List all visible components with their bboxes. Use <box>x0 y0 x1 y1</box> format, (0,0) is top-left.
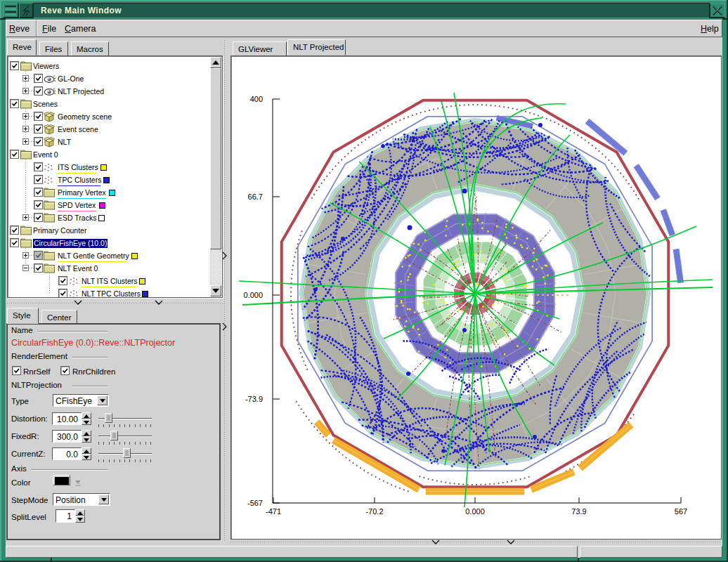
svg-text:400: 400 <box>250 95 263 103</box>
svg-text:0.000: 0.000 <box>243 291 263 299</box>
svg-text:-70.2: -70.2 <box>365 507 383 516</box>
svg-text:73.9: 73.9 <box>571 507 586 516</box>
svg-text:567: 567 <box>675 507 687 516</box>
svg-text:-471: -471 <box>266 507 281 516</box>
svg-text:0.000: 0.000 <box>465 507 485 516</box>
svg-text:-567: -567 <box>247 499 263 507</box>
svg-text:-73.9: -73.9 <box>245 395 263 403</box>
svg-text:66.7: 66.7 <box>248 192 263 201</box>
